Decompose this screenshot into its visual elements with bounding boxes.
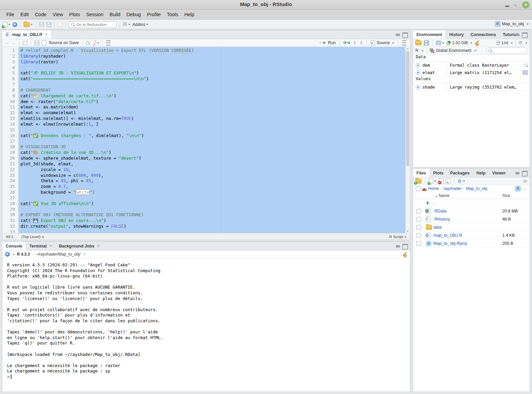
code-line[interactable]: library(rayshader) [19, 54, 405, 59]
size-column-header[interactable]: Size [502, 193, 510, 198]
more-file-commands-button[interactable]: ⚙ [458, 179, 465, 184]
files-tab-plots[interactable]: Plots [430, 169, 447, 177]
file-name-link[interactable]: .RData [433, 209, 446, 214]
environment-tab-history[interactable]: History [446, 30, 467, 39]
files-tab-packages[interactable]: Packages [447, 169, 473, 177]
code-line[interactable]: library(raster) [19, 59, 405, 65]
next-section-icon[interactable]: ⇓ [359, 40, 363, 45]
project-directory-icon[interactable]: R [515, 186, 521, 191]
code-line[interactable]: plot_3d(shade, elmat, [19, 161, 405, 167]
refresh-icon[interactable]: ⟳ [519, 40, 523, 45]
minimize-icon[interactable] [505, 6, 509, 7]
find-replace-icon[interactable] [86, 41, 89, 44]
file-row[interactable]: RMap_to_obj.Rproj205 B [413, 239, 530, 248]
source-on-save-checkbox[interactable] [42, 40, 46, 45]
maximize-pane-icon[interactable] [522, 171, 528, 176]
close-tab-icon[interactable]: ✕ [49, 244, 52, 248]
new-file-button[interactable]: + [3, 22, 10, 27]
breadcrumb-link-home[interactable]: Home [428, 186, 439, 191]
breadcrumb-link-rayshader[interactable]: rayshader [443, 186, 461, 191]
new-file-button[interactable]: + [429, 178, 436, 184]
code-line[interactable]: cat("✅ Vue 3D affichée\n\n") [19, 201, 405, 207]
run-button[interactable]: Run [319, 40, 336, 45]
environment-tab-environment[interactable]: Environment [413, 30, 446, 39]
code-line[interactable]: elmat <- as.matrix(dem) [19, 104, 405, 110]
files-tab-viewer[interactable]: Viewer [489, 169, 509, 177]
menu-item-code[interactable]: Code [32, 10, 50, 19]
code-line[interactable]: # EXPORT OBJ (MÉTHODE ALTERNATIVE QUI FO… [19, 212, 405, 218]
code-line[interactable]: elmat <- unname(elmat) [19, 110, 405, 116]
code-line[interactable]: # CHARGEMENT [19, 88, 405, 93]
code-line[interactable] [19, 82, 405, 88]
file-checkbox[interactable] [416, 217, 421, 222]
file-name-link[interactable]: .Rhistory [433, 217, 450, 222]
environment-object-row[interactable]: elmatLarge matrix (1171254 el… [413, 69, 530, 76]
maximize-pane-icon[interactable] [402, 244, 408, 250]
menu-item-help[interactable]: Help [181, 10, 197, 19]
environment-search-input[interactable] [493, 48, 525, 53]
menu-item-profile[interactable]: Profile [144, 10, 164, 19]
console-output[interactable]: R version 4.3.3 (2024-02-29) -- "Angel F… [2, 258, 410, 380]
clear-console-icon[interactable] [403, 252, 407, 257]
editor-scrollbar[interactable]: ▲▼ [405, 47, 410, 233]
view-table-icon[interactable] [523, 70, 528, 75]
console-tab-background-jobs[interactable]: Background Jobs✕ [56, 242, 103, 250]
code-line[interactable]: cat("🗺️ RELIEF 3D - VISUALISATION ET EXP… [19, 70, 405, 76]
file-name-link[interactable]: .. [433, 201, 436, 205]
document-outline-icon[interactable] [402, 40, 406, 45]
pane-layout-button[interactable] [123, 22, 130, 27]
code-line[interactable]: theta = 45, phi = 45, [19, 178, 405, 184]
rerun-icon[interactable]: ⟳➜ [343, 40, 350, 45]
code-line[interactable]: dem <- raster("data/carte.tif") [19, 99, 405, 105]
save-workspace-icon[interactable] [424, 40, 429, 45]
breadcrumb-link-map_to_obj[interactable]: Map_to_obj [466, 186, 487, 191]
console-tab-terminal[interactable]: Terminal✕ [26, 242, 55, 250]
menu-item-plots[interactable]: Plots [66, 10, 83, 19]
code-line[interactable]: zoom = 0.7, [19, 184, 405, 190]
code-tools-button[interactable] [92, 41, 99, 45]
file-name-link[interactable]: Map_to_obj.Rproj [433, 241, 467, 246]
forward-icon[interactable]: → [11, 40, 16, 45]
source-button[interactable]: Source [371, 40, 394, 45]
name-column-header[interactable]: ▲Name [435, 193, 449, 198]
previous-section-icon[interactable]: ⇑ [353, 40, 357, 45]
save-all-button[interactable] [46, 22, 51, 27]
file-checkbox[interactable] [416, 233, 421, 238]
file-row[interactable]: data [413, 223, 530, 231]
menu-item-edit[interactable]: Edit [17, 10, 32, 19]
environment-tab-connections[interactable]: Connections [467, 30, 499, 39]
code-line[interactable]: background = "white") [19, 190, 405, 195]
file-row[interactable]: .Rhistory46 B [413, 215, 530, 223]
new-project-button[interactable]: R [12, 22, 17, 27]
files-tab-help[interactable]: Help [473, 169, 489, 177]
more-breadcrumb-button[interactable]: … [523, 186, 527, 191]
memory-usage-button[interactable]: 1.32 GiB [446, 40, 472, 45]
code-line[interactable]: zscale = 10, [19, 167, 405, 173]
file-name-link[interactable]: map_to_OBJ.R [433, 233, 462, 238]
menu-item-debug[interactable]: Debug [123, 10, 144, 19]
maximize-pane-icon[interactable] [402, 32, 408, 38]
load-workspace-icon[interactable] [415, 40, 421, 45]
expand-object-icon[interactable] [416, 63, 420, 68]
compile-report-icon[interactable] [106, 40, 111, 45]
code-editor[interactable]: 1234567891011121314151617181920212223242… [2, 47, 410, 233]
addins-button[interactable]: Addins [132, 22, 148, 27]
code-line[interactable] [19, 65, 405, 71]
open-in-new-window-icon[interactable] [23, 41, 27, 45]
environment-scope-selector[interactable]: Global Environment [436, 48, 471, 53]
code-line[interactable]: cat("💾 Export OBJ en cours...\n") [19, 218, 405, 224]
new-folder-button[interactable]: + [415, 179, 421, 184]
clear-environment-icon[interactable] [475, 40, 479, 45]
code-line[interactable]: elmat <- elmat[nrow(elmat):1, ] [19, 122, 405, 127]
menu-item-file[interactable]: File [3, 10, 17, 19]
open-wd-icon[interactable]: ↗ [83, 252, 86, 257]
code-line[interactable]: windowsize = c(800, 600), [19, 173, 405, 178]
file-checkbox[interactable] [416, 225, 421, 230]
close-tab-icon[interactable]: ✕ [97, 244, 100, 248]
tab-map-to-obj-r[interactable]: map_to_OBJ.R ✕ [2, 30, 52, 39]
code-line[interactable]: # relief_3d_complet.R - Visualisation + … [19, 48, 405, 54]
scrollbar-thumb[interactable] [406, 51, 409, 166]
project-selector[interactable]: R Map_to_obj [495, 21, 529, 27]
expand-object-icon[interactable] [416, 85, 420, 90]
code-line[interactable]: cat("🎨 Création de la vue 3D...\n") [19, 150, 405, 156]
